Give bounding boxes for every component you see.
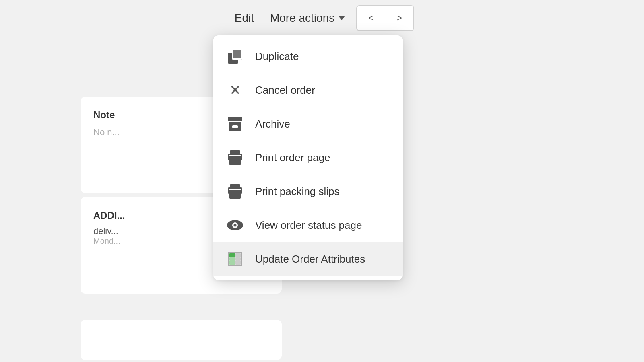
menu-item-view-status-label: View order status page [255,219,362,232]
more-actions-dropdown: Duplicate ✕ Cancel order Archive Print o… [213,35,402,280]
print2-icon [226,183,244,200]
more-actions-button[interactable]: More actions [265,8,350,28]
menu-item-print-packing-label: Print packing slips [255,185,340,198]
spreadsheet-icon [226,250,244,268]
duplicate-icon [226,47,244,65]
menu-item-view-order-status[interactable]: View order status page [213,208,402,242]
menu-item-print-order-label: Print order page [255,152,330,164]
eye-icon [226,216,244,234]
menu-item-print-order[interactable]: Print order page [213,141,402,175]
menu-item-duplicate-label: Duplicate [255,50,299,63]
more-actions-label: More actions [270,12,334,25]
menu-item-archive-label: Archive [255,118,290,130]
edit-button[interactable]: Edit [230,8,259,28]
menu-item-cancel-label: Cancel order [255,84,315,97]
menu-item-duplicate[interactable]: Duplicate [213,39,402,73]
menu-item-update-attrs-label: Update Order Attributes [255,253,365,265]
prev-button[interactable]: < [357,6,385,30]
menu-item-cancel-order[interactable]: ✕ Cancel order [213,73,402,107]
x-icon: ✕ [226,81,244,99]
nav-buttons: < > [356,5,414,31]
bottom-card [80,320,282,360]
archive-icon [226,115,244,133]
toolbar: Edit More actions < > [0,0,644,36]
print-icon [226,149,244,167]
menu-item-print-packing[interactable]: Print packing slips [213,175,402,208]
menu-item-archive[interactable]: Archive [213,107,402,141]
next-button[interactable]: > [385,6,413,30]
menu-item-update-attrs[interactable]: Update Order Attributes [213,242,402,276]
chevron-down-icon [339,16,345,20]
